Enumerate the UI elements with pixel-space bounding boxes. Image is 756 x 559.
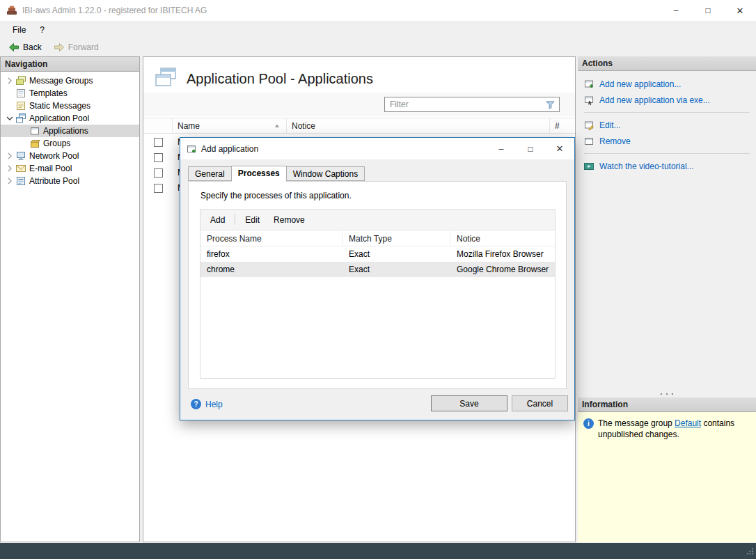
attribute-pool-icon <box>15 175 26 187</box>
nav-item-email-pool[interactable]: E-mail Pool <box>1 162 139 175</box>
application-pool-large-icon <box>154 66 178 92</box>
process-row-firefox[interactable]: firefox Exact Mozilla Firefox Browser <box>200 246 555 262</box>
window-title: IBI-aws Admin 1.22.0 - registered for IB… <box>22 6 207 15</box>
forward-icon <box>54 42 65 53</box>
network-pool-icon <box>15 150 26 162</box>
row-checkbox[interactable] <box>154 168 163 178</box>
actions-separator <box>584 153 750 154</box>
column-header-count[interactable]: # <box>550 118 575 133</box>
resize-grip-icon[interactable] <box>746 547 754 558</box>
row-checkbox[interactable] <box>154 184 163 193</box>
nav-item-application-pool[interactable]: Application Pool <box>1 112 139 125</box>
chevron-down-icon[interactable] <box>4 113 15 124</box>
process-add-button[interactable]: Add <box>204 212 231 228</box>
processes-block: Add Edit Remove Process Name Match Type … <box>200 209 556 379</box>
edit-application-icon <box>583 120 594 131</box>
save-button[interactable]: Save <box>431 395 507 411</box>
dialog-maximize-button[interactable]: □ <box>516 138 545 159</box>
main-heading: Application Pool - Applications <box>154 66 373 92</box>
grip-dots-icon <box>659 393 675 395</box>
close-icon: ✕ <box>737 6 744 16</box>
templates-icon <box>15 88 26 99</box>
close-button[interactable]: ✕ <box>724 0 756 21</box>
navigation-tree: Message Groups Templates Static Messages… <box>1 72 139 187</box>
action-watch-video-tutorial[interactable]: Watch the video-tutorial... <box>583 158 750 174</box>
add-application-dialog-icon <box>186 143 197 155</box>
add-application-exe-icon <box>583 95 594 106</box>
applications-icon <box>29 125 40 136</box>
column-header-match-type[interactable]: Match Type <box>342 231 450 246</box>
menu-file[interactable]: File <box>6 23 33 37</box>
nav-item-templates[interactable]: Templates <box>1 87 139 100</box>
toolbar: Back Forward <box>0 38 756 56</box>
chevron-right-icon[interactable] <box>4 175 15 187</box>
menu-help[interactable]: ? <box>33 23 52 37</box>
back-button[interactable]: Back <box>3 40 47 54</box>
tab-window-captions[interactable]: Window Captions <box>286 166 365 181</box>
menubar: File ? <box>0 22 756 38</box>
dialog-tabs: General Processes Window Captions <box>188 166 364 182</box>
add-application-icon <box>583 79 594 90</box>
tab-processes[interactable]: Processes <box>231 166 287 182</box>
minimize-icon: – <box>499 144 504 154</box>
actions-separator <box>584 112 750 113</box>
column-header-process-name[interactable]: Process Name <box>200 231 342 246</box>
filter-input[interactable] <box>384 97 560 112</box>
help-link[interactable]: ? Help <box>191 399 223 409</box>
chevron-right-icon[interactable] <box>4 163 15 174</box>
info-icon: i <box>583 418 594 429</box>
panel-splitter-grip[interactable] <box>578 391 756 397</box>
information-body: i The message group Default contains unp… <box>578 412 756 542</box>
app-icon <box>6 5 17 16</box>
processes-toolbar: Add Edit Remove <box>200 210 555 230</box>
column-header-notice[interactable]: Notice <box>287 118 550 133</box>
action-add-new-application[interactable]: Add new application... <box>583 76 750 92</box>
message-groups-icon <box>15 75 26 86</box>
row-checkbox[interactable] <box>154 153 163 162</box>
titlebar: IBI-aws Admin 1.22.0 - registered for IB… <box>0 0 756 22</box>
application-pool-icon <box>15 113 26 124</box>
actions-header: Actions <box>578 56 756 71</box>
filter-funnel-icon[interactable] <box>545 100 556 112</box>
maximize-icon: □ <box>705 6 710 15</box>
add-application-dialog: Add application – □ ✕ General Processes … <box>180 137 575 420</box>
statusbar <box>0 543 756 559</box>
page-title: Application Pool - Applications <box>187 71 373 87</box>
default-message-group-link[interactable]: Default <box>675 418 701 428</box>
nav-item-groups[interactable]: Groups <box>1 137 139 150</box>
cancel-button[interactable]: Cancel <box>512 395 568 411</box>
applications-list-header: Name Notice # <box>143 118 575 134</box>
column-header-process-notice[interactable]: Notice <box>450 231 555 246</box>
navigation-header: Navigation <box>1 57 139 72</box>
navigation-panel: Navigation Message Groups Templates Stat… <box>0 56 140 542</box>
forward-button[interactable]: Forward <box>49 40 104 54</box>
chevron-right-icon[interactable] <box>4 75 15 86</box>
dialog-title: Add application <box>201 144 258 154</box>
action-edit[interactable]: Edit... <box>583 117 750 133</box>
nav-item-message-groups[interactable]: Message Groups <box>1 74 139 87</box>
information-header: Information <box>578 397 756 412</box>
nav-item-static-messages[interactable]: Static Messages <box>1 100 139 112</box>
nav-item-attribute-pool[interactable]: Attribute Pool <box>1 175 139 187</box>
action-add-new-application-via-exe[interactable]: Add new application via exe... <box>583 92 750 108</box>
dialog-close-button[interactable]: ✕ <box>545 138 574 159</box>
column-header-name[interactable]: Name <box>173 118 287 133</box>
process-edit-button[interactable]: Edit <box>239 212 266 228</box>
static-messages-icon <box>15 100 26 111</box>
chevron-right-icon[interactable] <box>4 150 15 162</box>
minimize-button[interactable]: – <box>660 0 692 21</box>
row-checkbox[interactable] <box>154 138 163 147</box>
tab-general[interactable]: General <box>188 166 232 181</box>
back-icon <box>8 42 19 53</box>
nav-item-applications[interactable]: Applications <box>1 125 139 137</box>
processes-table-header: Process Name Match Type Notice <box>200 231 555 246</box>
dialog-minimize-button[interactable]: – <box>487 138 516 159</box>
actions-body: Add new application... Add new applicati… <box>578 71 756 391</box>
maximize-icon: □ <box>528 144 533 154</box>
maximize-button[interactable]: □ <box>692 0 724 21</box>
process-remove-button[interactable]: Remove <box>267 212 311 228</box>
process-row-chrome[interactable]: chrome Exact Google Chrome Browser <box>200 262 555 277</box>
action-remove[interactable]: Remove <box>583 133 750 149</box>
nav-item-network-pool[interactable]: Network Pool <box>1 150 139 162</box>
processes-description: Specify the processes of this applicatio… <box>200 191 352 200</box>
